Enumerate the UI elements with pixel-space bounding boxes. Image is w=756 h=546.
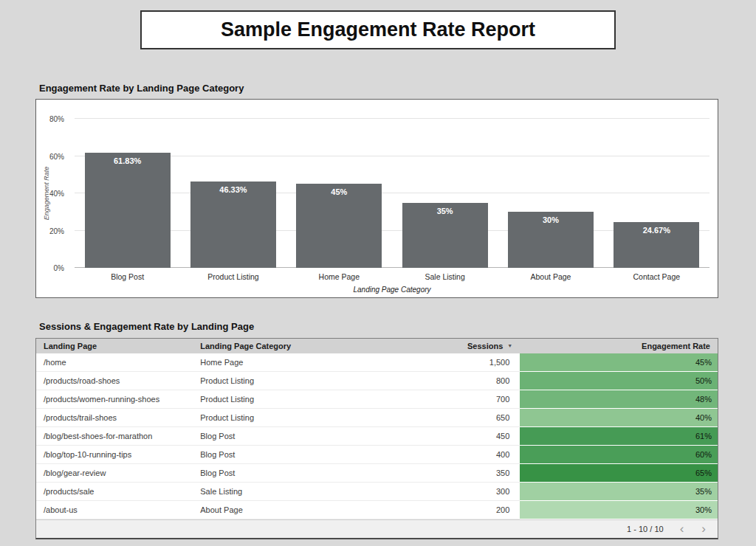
bar-blog-post[interactable]: 61.83% — [85, 153, 171, 268]
table-row: /blog/best-shoes-for-marathonBlog Post45… — [36, 427, 718, 446]
landing-page-cell: /products/road-shoes — [36, 372, 193, 390]
table-row: /homeHome Page1,50045% — [36, 353, 718, 372]
column-header-category[interactable]: Landing Page Category — [193, 339, 360, 353]
category-cell: About Page — [193, 501, 360, 519]
category-cell: Blog Post — [193, 446, 360, 464]
table-row: /products/women-running-shoesProduct Lis… — [36, 390, 718, 409]
bar-slot: 30% — [498, 119, 603, 268]
bar-product-listing[interactable]: 46.33% — [190, 182, 276, 268]
y-tick-label: 20% — [49, 227, 64, 235]
table-row: /blog/gear-reviewBlog Post35065% — [36, 464, 718, 483]
category-cell: Home Page — [193, 353, 360, 372]
category-cell: Product Listing — [193, 390, 360, 409]
data-table: Landing Page Landing Page Category Sessi… — [35, 338, 718, 539]
x-tick-label: Home Page — [286, 272, 392, 281]
y-tick-label: 60% — [49, 153, 64, 161]
bar-contact-page[interactable]: 24.67% — [614, 222, 699, 268]
bar-slot: 45% — [286, 119, 392, 268]
table-row: /about-usAbout Page20030% — [36, 501, 718, 519]
y-tick-label: 80% — [49, 115, 64, 123]
bars: 61.83%46.33%45%35%30%24.67% — [75, 119, 709, 268]
engagement-rate-cell: 50% — [520, 372, 718, 390]
category-cell: Sale Listing — [193, 483, 360, 501]
column-header-engagement-rate[interactable]: Engagement Rate — [520, 339, 718, 353]
landing-page-cell: /products/sale — [36, 483, 193, 501]
report-title-box: Sample Engagement Rate Report — [140, 10, 616, 49]
table-footer: 1 - 10 / 10 ‹ › — [36, 519, 718, 538]
column-header-sessions[interactable]: Sessions ▼ — [360, 339, 520, 353]
column-header-sessions-label: Sessions — [467, 342, 503, 350]
sessions-cell: 300 — [360, 483, 520, 501]
category-cell: Product Listing — [193, 372, 360, 390]
report-title: Sample Engagement Rate Report — [221, 18, 535, 41]
category-cell: Product Listing — [193, 409, 360, 427]
x-tick-label: Blog Post — [75, 272, 180, 281]
sessions-cell: 1,500 — [360, 353, 520, 372]
bar-value-label: 61.83% — [114, 156, 141, 165]
bar-about-page[interactable]: 30% — [508, 212, 594, 268]
x-axis-labels: Blog PostProduct ListingHome PageSale Li… — [75, 272, 709, 281]
landing-page-cell: /blog/best-shoes-for-marathon — [36, 427, 193, 446]
engagement-rate-cell: 40% — [520, 409, 718, 427]
bar-slot: 35% — [392, 119, 498, 268]
category-cell: Blog Post — [193, 427, 360, 446]
bar-slot: 46.33% — [180, 119, 286, 268]
bar-slot: 61.83% — [75, 119, 180, 268]
pagination-prev-icon[interactable]: ‹ — [678, 525, 686, 533]
landing-page-cell: /blog/top-10-running-tips — [36, 446, 193, 464]
bar-value-label: 30% — [543, 215, 559, 224]
report-page: { "page": { "title": "Sample Engagement … — [0, 0, 756, 546]
table-body: /homeHome Page1,50045%/products/road-sho… — [36, 353, 718, 519]
sessions-cell: 650 — [360, 409, 520, 427]
x-tick-label: About Page — [498, 272, 603, 281]
chart-section-heading: Engagement Rate by Landing Page Category — [39, 83, 756, 94]
engagement-rate-cell: 61% — [520, 427, 718, 446]
engagement-rate-cell: 45% — [520, 353, 718, 372]
sessions-cell: 800 — [360, 372, 520, 390]
landing-page-cell: /about-us — [36, 501, 193, 519]
table-section-heading: Sessions & Engagement Rate by Landing Pa… — [39, 321, 756, 332]
bar-slot: 24.67% — [604, 119, 709, 268]
landing-page-cell: /home — [36, 353, 193, 372]
sessions-cell: 450 — [360, 427, 520, 446]
bar-value-label: 24.67% — [643, 226, 670, 235]
sessions-cell: 400 — [360, 446, 520, 464]
engagement-rate-cell: 48% — [520, 390, 718, 409]
bar-value-label: 46.33% — [219, 185, 247, 194]
y-axis-labels: 0%20%40%60%80% — [36, 119, 70, 268]
sessions-cell: 700 — [360, 390, 520, 409]
table-row: /products/trail-shoesProduct Listing6504… — [36, 409, 718, 427]
pagination-label: 1 - 10 / 10 — [627, 525, 664, 533]
y-tick-label: 0% — [54, 264, 64, 272]
y-tick-label: 40% — [49, 190, 64, 198]
x-tick-label: Contact Page — [604, 272, 709, 281]
bar-plot: 61.83%46.33%45%35%30%24.67% — [75, 119, 709, 268]
engagement-rate-cell: 65% — [520, 464, 718, 483]
column-header-landing-page[interactable]: Landing Page — [36, 339, 193, 353]
pagination-next-icon[interactable]: › — [700, 525, 707, 533]
landing-page-cell: /products/women-running-shoes — [36, 390, 193, 409]
bar-value-label: 45% — [331, 187, 347, 196]
sessions-cell: 350 — [360, 464, 520, 483]
table-row: /products/saleSale Listing30035% — [36, 483, 718, 501]
bar-value-label: 35% — [437, 207, 453, 215]
engagement-rate-cell: 30% — [520, 501, 718, 519]
sessions-table: Landing Page Landing Page Category Sessi… — [36, 339, 718, 519]
x-tick-label: Product Listing — [180, 272, 286, 281]
sessions-cell: 200 — [360, 501, 520, 519]
engagement-rate-cell: 60% — [520, 446, 718, 464]
bar-chart: Engagement Rate 0%20%40%60%80% 61.83%46.… — [35, 99, 718, 298]
landing-page-cell: /blog/gear-review — [36, 464, 193, 483]
landing-page-cell: /products/trail-shoes — [36, 409, 193, 427]
engagement-rate-cell: 35% — [520, 483, 718, 501]
table-row: /blog/top-10-running-tipsBlog Post40060% — [36, 446, 718, 464]
sort-desc-icon: ▼ — [507, 343, 512, 348]
bar-home-page[interactable]: 45% — [296, 184, 382, 268]
x-axis-title: Landing Page Category — [75, 286, 709, 294]
table-row: /products/road-shoesProduct Listing80050… — [36, 372, 718, 390]
bar-sale-listing[interactable]: 35% — [402, 203, 488, 268]
x-tick-label: Sale Listing — [392, 272, 498, 281]
category-cell: Blog Post — [193, 464, 360, 483]
table-header-row: Landing Page Landing Page Category Sessi… — [36, 339, 718, 353]
